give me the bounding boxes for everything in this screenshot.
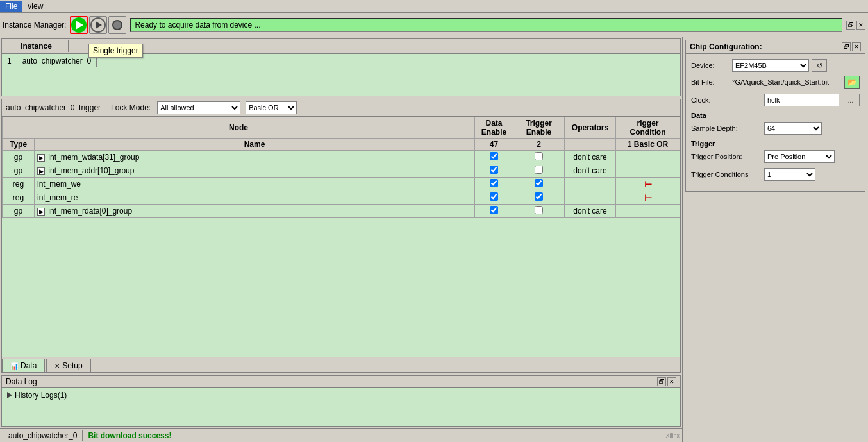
menu-file[interactable]: File bbox=[0, 1, 22, 12]
row-type: reg bbox=[3, 191, 35, 205]
bitfile-row: Bit File: °GA/quick_Start/quick_Start.bi… bbox=[691, 76, 860, 89]
trigger-conditions-select[interactable]: 1 2 3 4 bbox=[764, 168, 815, 181]
chip-config-restore[interactable]: 🗗 bbox=[842, 42, 851, 51]
name-sub-header: Name bbox=[35, 139, 475, 151]
table-row: reg int_mem_re bbox=[3, 191, 680, 205]
bitfile-browse-button[interactable]: 📂 bbox=[844, 76, 860, 89]
row-type: gp bbox=[3, 205, 35, 218]
row-trigger-enable bbox=[513, 191, 565, 205]
row-trigger-enable bbox=[513, 205, 565, 218]
restore-button[interactable]: 🗗 bbox=[846, 21, 855, 30]
expand-arrow-icon[interactable]: ▶ bbox=[37, 208, 45, 216]
sample-depth-row: Sample Depth: 64 128 256 512 bbox=[691, 122, 860, 135]
chip-config-controls: 🗗 ✕ bbox=[842, 42, 861, 51]
status-message-container: Bit download success! bbox=[83, 431, 665, 440]
toolbar-label: Instance Manager: bbox=[3, 21, 66, 30]
data-enable-checkbox[interactable] bbox=[490, 179, 498, 187]
data-enable-checkbox[interactable] bbox=[490, 192, 498, 201]
data-log-controls: 🗗 ✕ bbox=[657, 377, 676, 386]
ops-header bbox=[565, 139, 616, 151]
menu-view[interactable]: view bbox=[22, 1, 48, 12]
device-row: Device: EF2M45B ↺ bbox=[691, 59, 860, 72]
row-type: reg bbox=[3, 178, 35, 191]
row-operators bbox=[565, 178, 616, 191]
row-name: ▶ int_mem_rdata[0]_group bbox=[35, 205, 475, 218]
tab-bar: 📊 Data ✕ Setup bbox=[2, 357, 680, 372]
trigger-position-select[interactable]: Pre Position Mid Position Post Position bbox=[764, 150, 835, 163]
record-button[interactable] bbox=[70, 16, 88, 34]
bitfile-label: Bit File: bbox=[691, 78, 730, 86]
trigger-title: auto_chipwatcher_0_trigger bbox=[6, 103, 101, 112]
row-condition bbox=[616, 205, 680, 218]
bitfile-path: °GA/quick_Start/quick_Start.bit bbox=[732, 78, 842, 86]
trigger-enable-checkbox[interactable] bbox=[535, 179, 543, 187]
row-name-text: int_mem_rdata[0]_group bbox=[48, 207, 132, 216]
setup-tab-icon: ✕ bbox=[54, 362, 60, 370]
trigger-enable-checkbox[interactable] bbox=[535, 192, 543, 201]
tooltip: Single trigger bbox=[88, 44, 143, 58]
window-controls: 🗗 ✕ bbox=[846, 21, 865, 30]
row-name: int_mem_re bbox=[35, 191, 475, 205]
expand-arrow-icon[interactable]: ▶ bbox=[37, 167, 45, 175]
trigger-enable-checkbox[interactable] bbox=[535, 206, 543, 214]
data-enable-checkbox[interactable] bbox=[490, 166, 498, 174]
data-enable-checkbox[interactable] bbox=[490, 206, 498, 214]
status-bar: Ready to acquire data from device ... bbox=[130, 18, 842, 32]
tab-data[interactable]: 📊 Data bbox=[2, 359, 45, 372]
trigger-header: auto_chipwatcher_0_trigger Lock Mode: Al… bbox=[2, 99, 680, 117]
basic-or-select[interactable]: Basic OR Basic AND bbox=[246, 101, 297, 114]
status-tab[interactable]: auto_chipwatcher_0 bbox=[3, 430, 83, 441]
tab-setup-label: Setup bbox=[62, 361, 82, 370]
play-outline-triangle-icon bbox=[96, 21, 102, 29]
type-sub-header: Type bbox=[3, 139, 35, 151]
row-operators: don't care bbox=[565, 164, 616, 178]
clock-browse-button[interactable]: ... bbox=[842, 94, 860, 106]
table-row: gp ▶ int_mem_rdata[0]_group do bbox=[3, 205, 680, 218]
chip-config-close[interactable]: ✕ bbox=[852, 42, 861, 51]
data-count-header: 47 bbox=[475, 139, 513, 151]
row-condition: ⊢ bbox=[616, 178, 680, 191]
data-enable-col-header: Data Enable bbox=[475, 117, 513, 139]
row-name-text: int_mem_addr[10]_group bbox=[48, 166, 134, 175]
row-name-text: int_mem_re bbox=[37, 193, 78, 202]
trigger-enable-col-header: Trigger Enable bbox=[513, 117, 565, 139]
stop-circle-icon bbox=[112, 20, 122, 30]
data-section-label: Data bbox=[691, 112, 860, 119]
trigger-section-label: Trigger bbox=[691, 140, 860, 148]
table-row: gp ▶ int_mem_wdata[31]_group d bbox=[3, 151, 680, 164]
trigger-position-row: Trigger Position: Pre Position Mid Posit… bbox=[691, 150, 860, 163]
device-refresh-button[interactable]: ↺ bbox=[812, 59, 827, 72]
device-select[interactable]: EF2M45B bbox=[732, 59, 809, 72]
trigger-enable-checkbox[interactable] bbox=[535, 152, 543, 160]
row-name: ▶ int_mem_wdata[31]_group bbox=[35, 151, 475, 164]
row-condition bbox=[616, 151, 680, 164]
row-condition: ⊢ bbox=[616, 191, 680, 205]
row-name: ▶ int_mem_addr[10]_group bbox=[35, 164, 475, 178]
clock-input[interactable]: hclk bbox=[764, 94, 839, 106]
node-table-container: Node Data Enable Trigger Enable Operator… bbox=[2, 117, 680, 357]
chip-config-header: Chip Configuration: 🗗 ✕ bbox=[686, 40, 865, 54]
data-tab-icon: 📊 bbox=[10, 362, 18, 370]
expand-arrow-icon[interactable]: ▶ bbox=[37, 154, 45, 162]
data-log-content: History Logs(1) bbox=[2, 388, 680, 402]
stop-button[interactable] bbox=[108, 16, 126, 34]
lock-mode-select[interactable]: All allowed Locked bbox=[157, 101, 240, 114]
trig-count-header: 2 bbox=[513, 139, 565, 151]
row-name-text: int_mem_we bbox=[37, 180, 81, 189]
data-log-close[interactable]: ✕ bbox=[667, 377, 676, 386]
history-expand-icon[interactable] bbox=[7, 392, 12, 398]
play-button[interactable] bbox=[89, 16, 107, 34]
trigger-enable-checkbox[interactable] bbox=[535, 166, 543, 174]
tab-setup[interactable]: ✕ Setup bbox=[46, 359, 90, 372]
data-enable-checkbox[interactable] bbox=[490, 152, 498, 160]
close-button[interactable]: ✕ bbox=[856, 21, 865, 30]
lock-mode-label: Lock Mode: bbox=[111, 103, 151, 112]
sample-depth-select[interactable]: 64 128 256 512 bbox=[764, 122, 822, 135]
row-name-text: int_mem_wdata[31]_group bbox=[48, 153, 139, 162]
node-table: Node Data Enable Trigger Enable Operator… bbox=[2, 117, 680, 218]
clock-label: Clock: bbox=[691, 96, 762, 104]
operators-col-header: Operators bbox=[565, 117, 616, 139]
status-tab-label: auto_chipwatcher_0 bbox=[8, 431, 77, 440]
chip-config-body: Device: EF2M45B ↺ Bit File: °GA/quick_St… bbox=[686, 54, 865, 191]
data-log-restore[interactable]: 🗗 bbox=[657, 377, 666, 386]
